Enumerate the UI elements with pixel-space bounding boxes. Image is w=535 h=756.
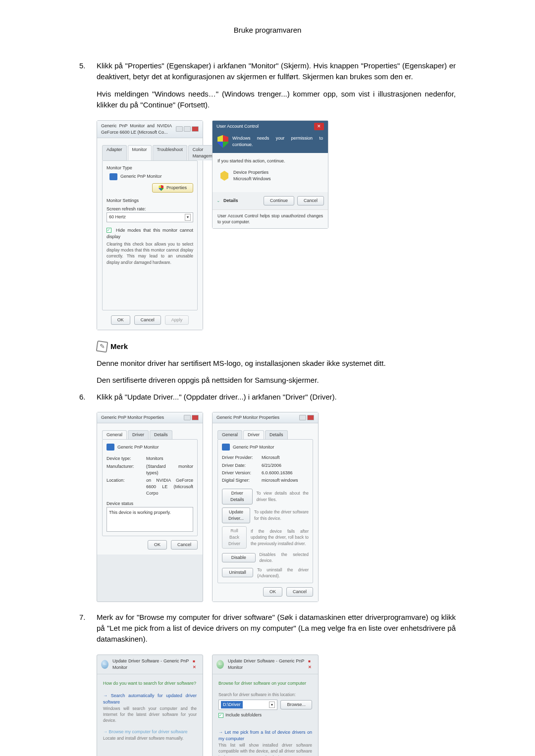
- driver-details-desc: To view details about the driver files.: [257, 490, 309, 503]
- monitor-properties-title: Generic PnP Monitor and NVIDIA GeForce 6…: [101, 123, 172, 136]
- close-icon[interactable]: ■ ✕: [308, 658, 314, 670]
- close-icon[interactable]: ■ ✕: [193, 658, 199, 670]
- driver-version-value: 6.0.6000.16386: [262, 470, 293, 476]
- apply-button[interactable]: Apply: [165, 315, 189, 325]
- hide-modes-label: Hide modes that this monitor cannot disp…: [107, 228, 193, 239]
- monitor-settings-label: Monitor Settings: [107, 198, 193, 204]
- properties-button[interactable]: Properties: [152, 183, 193, 193]
- cancel-button[interactable]: Cancel: [134, 315, 161, 325]
- tab-strip[interactable]: Adapter Monitor Troubleshoot Color Manag…: [102, 145, 198, 160]
- window-title: Generic PnP Monitor Properties: [101, 414, 164, 421]
- refresh-rate-select[interactable]: 60 Hertz▾: [107, 212, 193, 222]
- cancel-button[interactable]: Cancel: [171, 540, 198, 550]
- uac-details-toggle[interactable]: Details: [223, 198, 238, 204]
- hide-modes-checkbox[interactable]: [107, 228, 111, 233]
- chevron-down-icon: ▾: [185, 214, 191, 221]
- disable-desc: Disables the selected device.: [260, 552, 309, 564]
- refresh-rate-label: Screen refresh rate:: [107, 206, 193, 212]
- tab-details[interactable]: Details: [150, 430, 172, 439]
- monitor-type-label: Monitor Type: [107, 165, 193, 171]
- wizard-crumb: Update Driver Software - Generic PnP Mon…: [228, 658, 304, 671]
- uninstall-button[interactable]: Uninstall: [222, 568, 253, 577]
- update-driver-wizard-search: ← Update Driver Software - Generic PnP M…: [97, 655, 203, 756]
- close-icon[interactable]: [307, 415, 314, 420]
- chevron-down-icon: ▾: [269, 702, 275, 708]
- tab-monitor[interactable]: Monitor: [128, 145, 152, 160]
- driver-props-general-window: Generic PnP Monitor Properties General D…: [97, 412, 203, 602]
- driver-date-label: Driver Date:: [222, 462, 257, 469]
- driver-details-button[interactable]: Driver Details: [222, 489, 253, 504]
- location-label: Location:: [107, 477, 141, 497]
- close-icon[interactable]: [192, 126, 199, 132]
- window-controls[interactable]: [299, 415, 314, 420]
- digital-signer-label: Digital Signer:: [222, 477, 257, 484]
- step-7: 7. Merk av for "Browse my computer for d…: [79, 612, 456, 756]
- tab-troubleshoot[interactable]: Troubleshoot: [153, 145, 187, 160]
- tab-strip[interactable]: General Driver Details: [102, 430, 198, 439]
- uac-permission-text: Windows needs your permission to contion…: [232, 135, 323, 148]
- close-icon[interactable]: [192, 415, 199, 420]
- monitor-icon: [109, 173, 117, 180]
- option-pick-from-list[interactable]: → Let me pick from a list of device driv…: [218, 729, 312, 742]
- path-combobox[interactable]: D:\Driver▾: [218, 700, 277, 710]
- digital-signer-value: microsoft windows: [262, 477, 298, 484]
- chevron-down-icon[interactable]: ⌄: [216, 198, 220, 204]
- note-icon: [96, 341, 108, 353]
- disable-button[interactable]: Disable: [222, 553, 256, 562]
- cancel-button[interactable]: Cancel: [286, 587, 313, 597]
- note-heading: Merk: [97, 341, 456, 352]
- device-type-label: Device type:: [107, 455, 141, 462]
- device-type-value: Monitors: [146, 455, 163, 462]
- step-7-number: 7.: [79, 612, 86, 623]
- ok-button[interactable]: OK: [263, 587, 282, 597]
- rollback-driver-button[interactable]: Roll Back Driver: [222, 526, 247, 549]
- browse-button[interactable]: Browse...: [280, 700, 312, 709]
- update-driver-button[interactable]: Update Driver...: [222, 507, 250, 523]
- ok-button[interactable]: OK: [111, 315, 130, 325]
- device-name: Generic PnP Monitor: [233, 444, 274, 451]
- driver-version-label: Driver Version:: [222, 470, 257, 476]
- option-search-auto-desc: Windows will search your computer and th…: [103, 706, 197, 724]
- tab-general[interactable]: General: [217, 430, 242, 439]
- driver-date-value: 6/21/2006: [262, 462, 281, 469]
- wizard-crumb: Update Driver Software - Generic PnP Mon…: [112, 658, 189, 671]
- ok-button[interactable]: OK: [148, 540, 167, 550]
- update-driver-wizard-browse: ← Update Driver Software - Generic PnP M…: [212, 655, 319, 756]
- option-search-auto[interactable]: → Search automatically for updated drive…: [103, 693, 197, 706]
- step-5: 5. Klikk på "Properties" (Egenskaper) i …: [79, 60, 456, 330]
- tab-strip[interactable]: General Driver Details: [217, 430, 313, 439]
- window-controls[interactable]: [176, 126, 199, 132]
- window-controls[interactable]: [184, 415, 199, 420]
- search-location-label: Search for driver software in this locat…: [218, 692, 312, 698]
- continue-button[interactable]: Continue: [264, 196, 294, 205]
- note-line-1: Denne monitor driver har sertifisert MS-…: [97, 358, 456, 369]
- back-icon[interactable]: ←: [101, 660, 108, 669]
- tab-adapter[interactable]: Adapter: [102, 145, 127, 160]
- device-name: Generic PnP Monitor: [117, 444, 159, 451]
- back-icon[interactable]: ←: [216, 660, 224, 669]
- uninstall-desc: To uninstall the driver (Advanced).: [257, 567, 309, 579]
- shield-icon: [217, 135, 228, 148]
- shield-icon: [159, 185, 163, 191]
- step-5-para: Hvis meldingen "Windows needs…" (Windows…: [97, 89, 456, 110]
- step-5-text: Klikk på "Properties" (Egenskaper) i ark…: [97, 61, 456, 81]
- wizard-heading: Browse for driver software on your compu…: [218, 680, 312, 687]
- tab-general[interactable]: General: [102, 430, 127, 439]
- driver-props-driver-window: Generic PnP Monitor Properties General D…: [212, 412, 319, 602]
- include-subfolders-checkbox[interactable]: [218, 713, 223, 718]
- option-pick-desc: This list will show installed driver sof…: [218, 742, 312, 756]
- manufacturer-value: (Standard monitor types): [146, 463, 193, 476]
- monitor-name: Generic PnP Monitor: [120, 173, 161, 180]
- step-6-text: Klikk på "Update Driver..." (Oppdater dr…: [97, 393, 337, 401]
- tab-driver[interactable]: Driver: [243, 430, 264, 439]
- tab-driver[interactable]: Driver: [128, 430, 149, 439]
- provider-value: Microsoft: [262, 454, 280, 461]
- cancel-button[interactable]: Cancel: [297, 196, 324, 205]
- tab-details[interactable]: Details: [265, 430, 288, 439]
- uac-footer: User Account Control helps stop unauthor…: [213, 209, 328, 228]
- provider-label: Driver Provider:: [222, 454, 257, 461]
- uac-window: User Account Control ✕ Windows needs you…: [212, 120, 328, 229]
- option-browse-computer[interactable]: → Browse my computer for driver software: [103, 729, 197, 735]
- close-icon[interactable]: ✕: [314, 123, 324, 130]
- location-value: on NVIDIA GeForce 6600 LE (Microsoft Cor…: [146, 477, 193, 497]
